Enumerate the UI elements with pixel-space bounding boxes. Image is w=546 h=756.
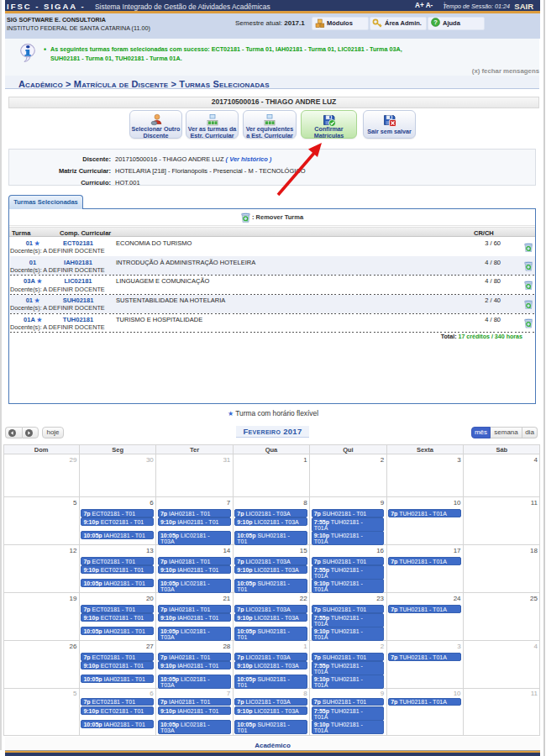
svg-text:?: ? <box>433 18 438 26</box>
